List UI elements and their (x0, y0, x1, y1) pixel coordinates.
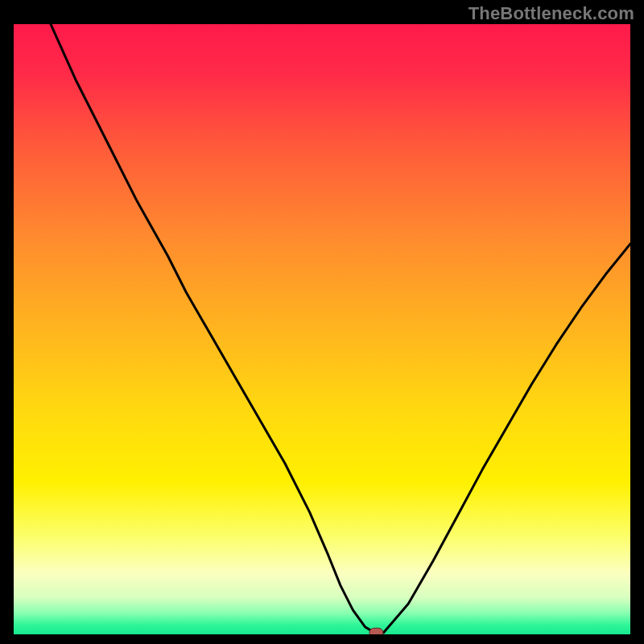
plot-svg (14, 24, 630, 634)
watermark-text: TheBottleneck.com (469, 3, 634, 24)
optimal-marker (369, 628, 383, 634)
chart-frame: TheBottleneck.com (0, 0, 644, 644)
plot-area (14, 24, 630, 634)
